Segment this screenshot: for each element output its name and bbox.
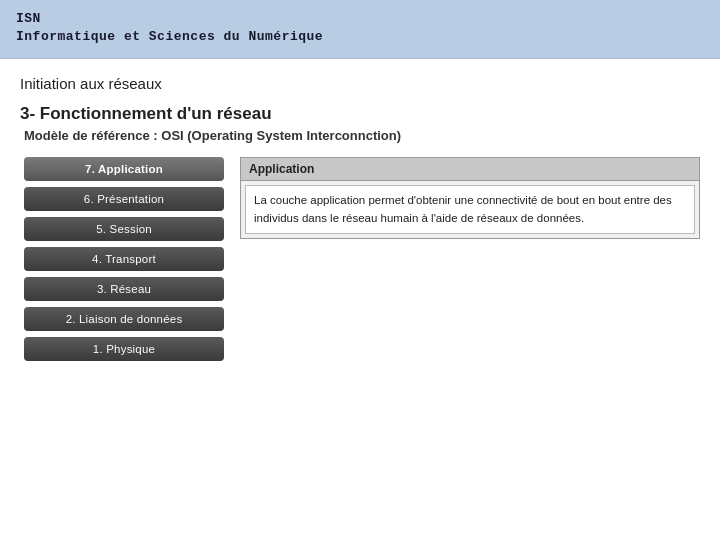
model-description: Modèle de référence : OSI (Operating Sys… xyxy=(24,128,700,143)
layer-btn-4[interactable]: 3. Réseau xyxy=(24,277,224,301)
page-header: ISN Informatique et Sciences du Numériqu… xyxy=(0,0,720,59)
header-line1: ISN xyxy=(16,10,704,28)
layer-btn-3[interactable]: 4. Transport xyxy=(24,247,224,271)
section-title: 3- Fonctionnement d'un réseau xyxy=(20,104,700,124)
layer-btn-1[interactable]: 6. Présentation xyxy=(24,187,224,211)
osi-diagram: 7. Application6. Présentation5. Session4… xyxy=(24,157,700,361)
info-panel-body: La couche application permet d'obtenir u… xyxy=(245,185,695,234)
layer-btn-6[interactable]: 1. Physique xyxy=(24,337,224,361)
info-panel-title: Application xyxy=(241,158,699,181)
info-panel: Application La couche application permet… xyxy=(240,157,700,239)
layer-btn-2[interactable]: 5. Session xyxy=(24,217,224,241)
header-line2: Informatique et Sciences du Numérique xyxy=(16,28,704,46)
subtitle: Initiation aux réseaux xyxy=(20,75,700,92)
layer-btn-5[interactable]: 2. Liaison de données xyxy=(24,307,224,331)
layers-column: 7. Application6. Présentation5. Session4… xyxy=(24,157,224,361)
main-content: Initiation aux réseaux 3- Fonctionnement… xyxy=(0,59,720,377)
layer-btn-0[interactable]: 7. Application xyxy=(24,157,224,181)
